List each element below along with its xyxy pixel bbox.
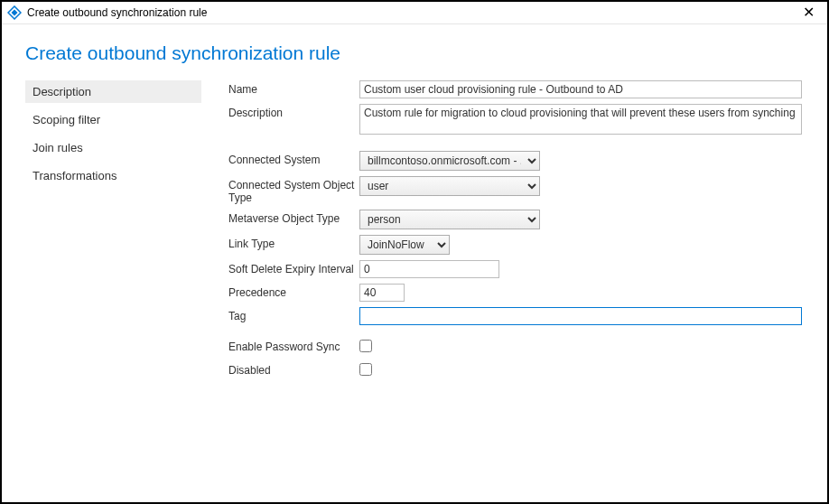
label-cs-object-type: Connected System Object Type	[228, 176, 359, 204]
row-description: Description Custom rule for migration to…	[228, 104, 804, 138]
label-password-sync: Enable Password Sync	[228, 338, 359, 353]
input-soft-delete[interactable]	[359, 260, 499, 278]
row-password-sync: Enable Password Sync	[228, 338, 804, 356]
row-name: Name	[228, 80, 804, 98]
checkbox-disabled[interactable]	[359, 363, 372, 376]
sidebar: Description Scoping filter Join rules Tr…	[25, 80, 201, 385]
page-heading: Create outbound synchronization rule	[25, 42, 804, 64]
sidebar-item-label: Transformations	[33, 169, 116, 182]
row-connected-system: Connected System billmcontoso.onmicrosof…	[228, 151, 804, 171]
input-description[interactable]: Custom rule for migration to cloud provi…	[359, 104, 802, 135]
select-link-type[interactable]: JoinNoFlow	[359, 235, 450, 255]
select-mv-object-type[interactable]: person	[359, 210, 540, 229]
select-connected-system[interactable]: billmcontoso.onmicrosoft.com - ...	[359, 151, 540, 171]
sidebar-item-scoping-filter[interactable]: Scoping filter	[25, 108, 201, 131]
row-soft-delete: Soft Delete Expiry Interval	[228, 260, 804, 278]
input-name[interactable]	[359, 80, 802, 98]
label-tag: Tag	[228, 307, 359, 322]
row-disabled: Disabled	[228, 361, 804, 379]
close-button[interactable]: ✕	[799, 5, 818, 20]
label-precedence: Precedence	[228, 284, 359, 299]
input-precedence[interactable]	[359, 284, 405, 302]
label-link-type: Link Type	[228, 235, 359, 250]
row-cs-object-type: Connected System Object Type user	[228, 176, 804, 204]
layout: Description Scoping filter Join rules Tr…	[25, 80, 804, 385]
app-icon	[7, 5, 22, 20]
sidebar-item-transformations[interactable]: Transformations	[25, 164, 201, 187]
checkbox-password-sync[interactable]	[359, 340, 372, 352]
titlebar: Create outbound synchronization rule ✕	[2, 2, 827, 24]
label-soft-delete: Soft Delete Expiry Interval	[228, 260, 359, 275]
label-mv-object-type: Metaverse Object Type	[228, 210, 359, 225]
row-link-type: Link Type JoinNoFlow	[228, 235, 804, 255]
input-tag[interactable]	[359, 307, 802, 325]
sidebar-item-join-rules[interactable]: Join rules	[25, 136, 201, 159]
label-disabled: Disabled	[228, 361, 359, 377]
sidebar-item-label: Join rules	[33, 141, 83, 154]
row-mv-object-type: Metaverse Object Type person	[228, 210, 804, 229]
titlebar-left: Create outbound synchronization rule	[7, 5, 207, 20]
label-description: Description	[228, 104, 359, 119]
sidebar-item-label: Description	[33, 85, 91, 98]
row-tag: Tag	[228, 307, 804, 325]
content: Create outbound synchronization rule Des…	[2, 24, 827, 385]
select-cs-object-type[interactable]: user	[359, 176, 540, 196]
row-precedence: Precedence	[228, 284, 804, 302]
label-name: Name	[228, 80, 359, 96]
window-title: Create outbound synchronization rule	[27, 6, 207, 19]
sidebar-item-label: Scoping filter	[33, 113, 100, 126]
sidebar-item-description[interactable]: Description	[25, 80, 201, 103]
label-connected-system: Connected System	[228, 151, 359, 166]
form-area: Name Description Custom rule for migrati…	[228, 80, 804, 385]
